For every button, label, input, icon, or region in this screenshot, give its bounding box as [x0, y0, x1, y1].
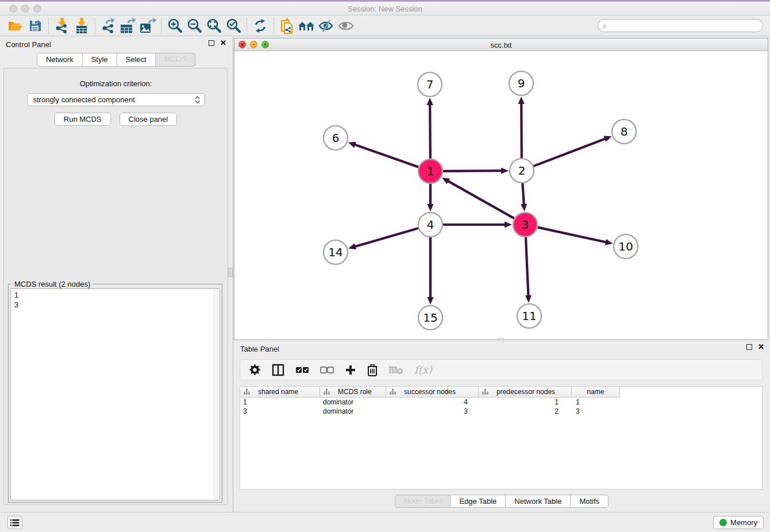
memory-button[interactable]: Memory [713, 516, 764, 529]
graph-edge[interactable] [354, 144, 418, 167]
graph-edge-arrow [505, 221, 512, 228]
graph-edge-arrow [603, 136, 611, 142]
tab-node-table[interactable]: Node Table [395, 495, 451, 508]
graph-edge[interactable] [526, 237, 529, 296]
new-network-from-selection-icon[interactable] [278, 17, 297, 34]
main-toolbar: ⌕ [0, 16, 770, 36]
column-header-predecessor-nodes[interactable]: predecessor nodes [479, 387, 572, 398]
zoom-in-icon[interactable] [165, 17, 184, 34]
column-type-icon [244, 389, 250, 395]
apply-function-icon[interactable]: f(x) [414, 364, 432, 376]
search-input[interactable] [607, 21, 763, 31]
table-cell[interactable]: dominator [320, 398, 386, 407]
tab-network-table[interactable]: Network Table [506, 495, 571, 508]
table-cell[interactable]: 3 [386, 407, 479, 416]
criterion-select[interactable]: strongly connected component [27, 93, 205, 106]
graph-node-label: 6 [332, 131, 340, 145]
tab-edge-table[interactable]: Edge Table [451, 495, 506, 508]
mcds-result-group: MCDS result (2 nodes) 13 [8, 284, 222, 503]
table-row[interactable]: 3dominator323 [240, 407, 762, 416]
float-panel-icon[interactable] [209, 40, 214, 46]
table-row[interactable]: 1dominator411 [240, 398, 762, 407]
memory-status-icon [719, 519, 727, 526]
network-window-titlebar[interactable]: x − + scc.txt [234, 38, 768, 51]
mcds-panel: Optimization criterion: strongly connect… [3, 68, 228, 505]
graph-edge[interactable] [355, 228, 418, 246]
graph-node-label: 11 [522, 309, 536, 323]
column-header-shared-name[interactable]: shared name [240, 387, 320, 398]
zoom-fit-icon[interactable] [204, 17, 224, 34]
save-session-icon[interactable] [25, 17, 45, 34]
export-table-icon[interactable] [118, 17, 138, 34]
graph-edge-arrow [427, 98, 433, 105]
tab-select[interactable]: Select [117, 53, 156, 67]
delete-table-icon[interactable] [388, 365, 403, 375]
mcds-result-list[interactable]: 13 [10, 288, 220, 500]
table-cell[interactable]: dominator [320, 407, 386, 416]
search-field[interactable]: ⌕ [598, 19, 763, 32]
graph-edge[interactable] [443, 171, 502, 171]
close-panel-button[interactable]: Close panel [120, 113, 178, 126]
table-cell[interactable]: 1 [240, 398, 320, 407]
task-history-button[interactable] [7, 516, 22, 529]
result-scrollbar[interactable] [214, 290, 219, 499]
table-cell[interactable]: 4 [386, 398, 479, 407]
select-all-icon[interactable] [295, 366, 309, 374]
graph-edge-arrow [427, 204, 433, 211]
graph-node-label: 2 [518, 164, 526, 178]
table-cell[interactable]: 1 [479, 398, 572, 407]
graph-edge[interactable] [430, 104, 430, 159]
close-table-panel-icon[interactable]: ✕ [758, 344, 764, 350]
column-header-name[interactable]: name [572, 387, 620, 398]
column-header-mcds-role[interactable]: MCDS role [320, 387, 386, 398]
table-cell[interactable]: 3 [240, 407, 320, 416]
panel-splitter-handle[interactable] [228, 268, 233, 277]
network-graph[interactable]: 7968124314101511 [234, 51, 768, 340]
export-image-icon[interactable] [138, 17, 157, 34]
zoom-selected-icon[interactable] [224, 17, 243, 34]
graph-edge[interactable] [448, 181, 514, 219]
mcds-result-line: 3 [14, 300, 220, 310]
table-cell[interactable]: 3 [572, 407, 620, 416]
import-table-icon[interactable] [72, 17, 91, 34]
column-type-icon [324, 389, 330, 395]
refresh-layout-icon[interactable] [251, 17, 270, 34]
network-canvas[interactable]: 7968124314101511 [234, 51, 768, 340]
graph-edge[interactable] [534, 138, 606, 166]
show-all-icon[interactable] [336, 17, 356, 34]
tab-network[interactable]: Network [37, 53, 83, 67]
close-panel-icon[interactable]: ✕ [220, 40, 226, 46]
graph-edge-arrow [525, 295, 532, 303]
column-header-successor-nodes[interactable]: successor nodes [386, 387, 479, 398]
tab-motifs[interactable]: Motifs [571, 495, 609, 508]
graph-edge[interactable] [537, 228, 606, 242]
open-session-icon[interactable] [6, 17, 25, 34]
run-mcds-button[interactable]: Run MCDS [55, 113, 111, 126]
column-type-icon [390, 389, 396, 395]
toolbar-separator [247, 18, 247, 33]
list-icon [10, 519, 20, 527]
combo-arrows-icon [195, 96, 200, 103]
export-network-icon[interactable] [99, 17, 118, 34]
graph-edge-arrow [501, 168, 509, 174]
tab-style[interactable]: Style [83, 53, 117, 67]
graph-edge-arrow [427, 297, 433, 304]
graph-edge[interactable] [522, 183, 523, 205]
criterion-value: strongly connected component [33, 95, 195, 104]
hide-selected-icon[interactable] [317, 17, 336, 34]
graph-edge[interactable] [521, 103, 522, 158]
first-neighbors-icon[interactable] [297, 17, 317, 34]
delete-column-icon[interactable] [367, 364, 378, 376]
graph-edge-arrow [521, 204, 527, 211]
table-cell[interactable]: 2 [479, 407, 572, 416]
settings-gear-icon[interactable] [249, 364, 261, 376]
deselect-all-icon[interactable] [320, 366, 334, 374]
optimization-criterion-label: Optimization criterion: [4, 79, 228, 88]
tab-mcds[interactable]: MCDS [156, 53, 195, 67]
zoom-out-icon[interactable] [184, 17, 204, 34]
import-network-icon[interactable] [52, 17, 72, 34]
table-cell[interactable]: 1 [572, 398, 620, 407]
column-visibility-icon[interactable] [272, 364, 284, 376]
add-column-icon[interactable] [345, 364, 356, 376]
float-table-panel-icon[interactable] [746, 344, 752, 350]
